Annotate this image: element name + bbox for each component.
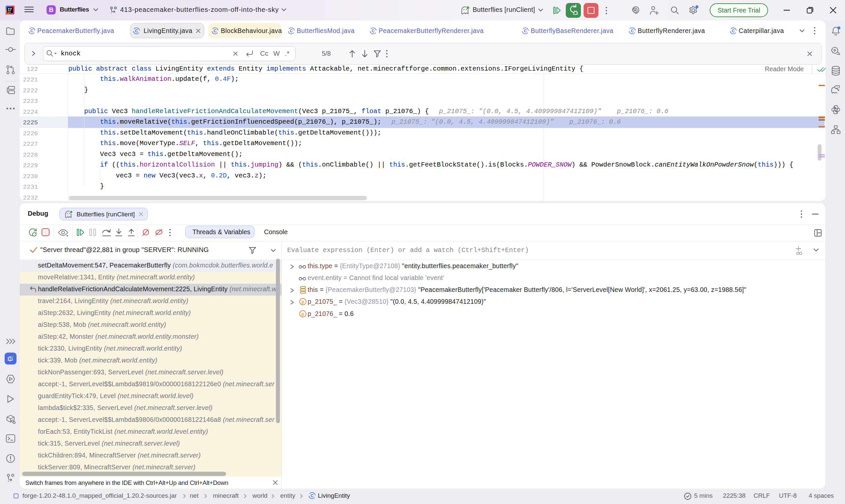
svg-text:C: C [372,29,375,33]
svg-text:C: C [524,29,527,33]
svg-text:p: p [302,299,304,304]
svg-text:C: C [732,29,735,33]
svg-text:C: C [290,29,293,33]
svg-text:p: p [302,311,304,317]
svg-text:C: C [135,29,138,33]
svg-text:C: C [311,493,314,498]
svg-text:C: C [214,29,216,33]
svg-text:C: C [631,29,634,33]
svg-text:C: C [30,29,33,33]
